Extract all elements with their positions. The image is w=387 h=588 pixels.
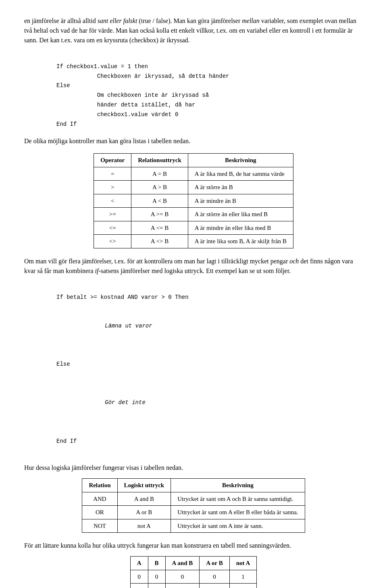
table-cell: A < B <box>131 194 188 208</box>
intro-italic-2: mellan <box>242 17 260 24</box>
table-cell: Uttrycket är sant om A eller B eller båd… <box>171 506 305 519</box>
table-cell: A or B <box>117 506 171 519</box>
code1-line4: Om checkboxen inte är ikryssad så <box>56 92 209 98</box>
table-cell: 0 <box>130 570 148 584</box>
table-cell: A and B <box>117 492 171 506</box>
code2-line7 <box>56 417 363 427</box>
table-cell: not A <box>117 519 171 533</box>
table1-header-beskrivning: Beskrivning <box>188 154 293 167</box>
logical-operators-table: Relation Logiskt uttryck Beskrivning AND… <box>82 478 305 533</box>
table-cell: = <box>94 167 131 181</box>
table3-header-aorb: A or B <box>200 557 229 570</box>
table-cell: >= <box>94 208 131 221</box>
table-cell: 1 <box>148 584 165 588</box>
table-row: 00001 <box>130 570 257 584</box>
para2-text1: Om man vill gör flera jämförelser, t.ex.… <box>24 258 289 265</box>
para3: För att lättare kunna kolla hur olika ut… <box>24 541 363 550</box>
table-cell: 0 <box>165 570 200 584</box>
code1-line5: händer detta istället, då har <box>56 102 195 108</box>
table3-header-b: B <box>148 557 165 570</box>
table2-intro-text: Hur dessa logiska jämförelser fungerar v… <box>24 464 183 471</box>
table-row: <A < BA är mindre än B <box>94 194 293 208</box>
code2-line4: Else <box>56 360 363 369</box>
table2-header-beskrivning: Beskrivning <box>171 479 305 492</box>
table-cell: AND <box>82 492 117 506</box>
table-cell: 1 <box>229 570 257 584</box>
table2-header-logiskt: Logiskt uttryck <box>117 479 171 492</box>
table-cell: <= <box>94 221 131 235</box>
intro-text-1: en jämförelse är alltså alltid <box>24 17 98 24</box>
table-cell: A är lika med B, de har samma värde <box>188 167 293 181</box>
table1-header-operator: Operator <box>94 154 131 167</box>
para2-italic1: och <box>289 258 299 265</box>
code1-line3: Else <box>56 82 70 89</box>
table-row: >A > BA är större än B <box>94 181 293 194</box>
code2-line6: Gör det inte <box>105 398 363 408</box>
code2-line8: End If <box>56 437 363 446</box>
table-cell: 1 <box>229 584 257 588</box>
code1-line1: If checkbox1.value = 1 then <box>56 63 148 70</box>
table-cell: < <box>94 194 131 208</box>
code2-line5 <box>56 379 363 389</box>
table3-header-aandb: A and B <box>165 557 200 570</box>
table-cell: A <= B <box>131 221 188 235</box>
table-row: <>A <> BA är inte lika som B, A är skilj… <box>94 235 293 248</box>
table-cell: 0 <box>130 584 148 588</box>
table-cell: 0 <box>148 570 165 584</box>
code2-line2b: Lämna ut varor <box>105 321 363 331</box>
table-cell: A är inte lika som B, A är skiljt från B <box>188 235 293 248</box>
table-cell: 1 <box>200 584 229 588</box>
table-cell: <> <box>94 235 131 248</box>
truth-table: A B A and B A or B not A 000010101110010… <box>130 556 257 588</box>
table-cell: 0 <box>165 584 200 588</box>
table-cell: A > B <box>131 181 188 194</box>
table-cell: A är större än eller lika med B <box>188 208 293 221</box>
table-cell: A är mindre än B <box>188 194 293 208</box>
table1-intro-para: De olika möjliga kontroller man kan göra… <box>24 136 363 146</box>
table-row: >=A >= BA är större än eller lika med B <box>94 208 293 221</box>
code2-line2 <box>56 302 363 312</box>
code-block-2: If betalt >= kostnad AND varor > 0 Then … <box>56 283 363 456</box>
table-cell: A >= B <box>131 208 188 221</box>
table2-header-relation: Relation <box>82 479 117 492</box>
table-cell: A är större än B <box>188 181 293 194</box>
table-cell: A är mindre än eller lika med B <box>188 221 293 235</box>
table-cell: Utrycket är sant om A och B är sanna sam… <box>171 492 305 506</box>
code1-line7: End If <box>56 121 77 127</box>
table-row: ORA or BUttrycket är sant om A eller B e… <box>82 506 305 519</box>
table1-intro-text: De olika möjliga kontroller man kan göra… <box>24 138 190 144</box>
table-cell: NOT <box>82 519 117 533</box>
code2-line3 <box>56 341 363 350</box>
para3-text: För att lättare kunna kolla hur olika ut… <box>24 542 291 549</box>
table-row: ANDA and BUtrycket är sant om A och B är… <box>82 492 305 506</box>
table3-header-a: A <box>130 557 148 570</box>
table-row: NOTnot AUttrycket är sant om A inte är s… <box>82 519 305 533</box>
code2-line1: If betalt >= kostnad AND varor > 0 Then <box>56 294 189 300</box>
intro-text-2: (true / false). Man kan göra jämförelser <box>137 17 242 24</box>
intro-paragraph-1: en jämförelse är alltså alltid sant elle… <box>24 16 363 45</box>
table-cell: OR <box>82 506 117 519</box>
table-cell: A <> B <box>131 235 188 248</box>
table1-header-relationsuttryck: Relationsuttryck <box>131 154 188 167</box>
intro-italic-1: sant eller falskt <box>98 17 137 24</box>
code1-line6: checkbox1.value värdet 0 <box>56 111 178 118</box>
comparison-operators-table: Operator Relationsuttryck Beskrivning =A… <box>94 153 293 248</box>
table3-header-nota: not A <box>229 557 257 570</box>
table-cell: 0 <box>200 570 229 584</box>
table-row: <=A <= BA är mindre än eller lika med B <box>94 221 293 235</box>
table-row: 01011 <box>130 584 257 588</box>
table2-intro-para: Hur dessa logiska jämförelser fungerar v… <box>24 463 363 473</box>
table-cell: > <box>94 181 131 194</box>
para2: Om man vill gör flera jämförelser, t.ex.… <box>24 256 363 276</box>
table-cell: Uttrycket är sant om A inte är sann. <box>171 519 305 533</box>
table-cell: A = B <box>131 167 188 181</box>
code1-line2: Checkboxen är ikryssad, så detta händer <box>56 73 229 79</box>
code-block-1: If checkbox1.value = 1 then Checkboxen ä… <box>56 52 363 129</box>
para2-text3: -satsens jämförelser med logiska uttryck… <box>98 267 291 274</box>
table-row: =A = BA är lika med B, de har samma värd… <box>94 167 293 181</box>
